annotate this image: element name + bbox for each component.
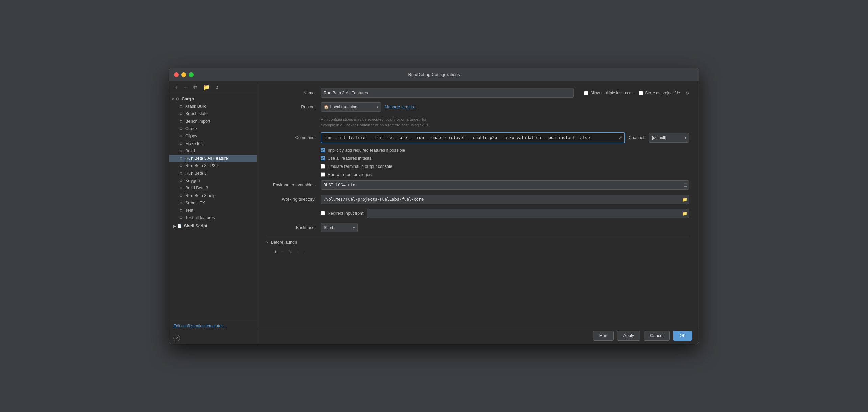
close-button[interactable] bbox=[174, 72, 179, 77]
sidebar-item-build[interactable]: ⚙ Build bbox=[169, 147, 257, 155]
sidebar-item-label: Build bbox=[185, 149, 195, 153]
emulate-terminal-label[interactable]: Emulate terminal in output console bbox=[321, 164, 392, 169]
sidebar-item-make-test[interactable]: ⚙ Make test bbox=[169, 140, 257, 147]
cancel-button[interactable]: Cancel bbox=[644, 331, 670, 341]
sidebar-item-label: Test bbox=[185, 208, 193, 213]
copy-config-button[interactable]: ⧉ bbox=[192, 84, 198, 91]
cargo-item-icon: ⚙ bbox=[179, 171, 183, 176]
sidebar-item-run-beta3-all[interactable]: ⚙ Run Beta 3 All Feature bbox=[169, 155, 257, 162]
cargo-item-icon: ⚙ bbox=[179, 112, 183, 116]
before-launch-add-button[interactable]: + bbox=[273, 248, 278, 255]
cargo-group: ▾ ⚙ Cargo ⚙ Xtask Build ⚙ Bench state ⚙ bbox=[169, 95, 257, 222]
window-controls bbox=[174, 72, 194, 77]
run-with-root-label[interactable]: Run with root privileges bbox=[321, 172, 372, 177]
sidebar-item-run-beta3-p2p[interactable]: ⚙ Run Beta 3 - P2P bbox=[169, 162, 257, 170]
edit-templates-link[interactable]: Edit configuration templates... bbox=[173, 324, 227, 328]
store-as-project-checkbox[interactable] bbox=[639, 91, 643, 95]
bottom-bar: Run Apply Cancel OK bbox=[257, 327, 699, 344]
working-dir-browse-icon[interactable]: 📁 bbox=[682, 197, 687, 202]
cargo-item-icon: ⚙ bbox=[179, 201, 183, 205]
shell-script-group: ▶ 📄 Shell Script bbox=[169, 222, 257, 230]
apply-button[interactable]: Apply bbox=[617, 331, 640, 341]
before-launch-edit-button[interactable]: ✎ bbox=[287, 248, 293, 255]
emulate-terminal-row: Emulate terminal in output console bbox=[266, 164, 689, 169]
sidebar-item-label: Bench import bbox=[185, 119, 210, 124]
gear-icon[interactable]: ⚙ bbox=[685, 91, 689, 96]
before-launch-move-down-button[interactable]: ↓ bbox=[302, 248, 306, 255]
working-dir-input-wrapper: 📁 bbox=[321, 195, 689, 204]
redirect-checkbox-label[interactable]: Redirect input from: bbox=[321, 211, 364, 216]
right-panel: Name: Allow multiple instances Store as … bbox=[257, 81, 699, 344]
sort-button[interactable]: ↕️ bbox=[214, 84, 220, 91]
env-controls: ☰ bbox=[321, 180, 689, 190]
allow-multiple-checkbox[interactable] bbox=[584, 91, 588, 95]
sidebar-item-run-beta3-help[interactable]: ⚙ Run Beta 3 help bbox=[169, 192, 257, 199]
add-config-button[interactable]: + bbox=[173, 84, 179, 91]
move-to-folder-button[interactable]: 📁 bbox=[202, 84, 211, 91]
sidebar: + − ⧉ 📁 ↕️ ▾ ⚙ Cargo ⚙ Xtask Bu bbox=[169, 81, 257, 344]
sidebar-bottom-bar: ? bbox=[169, 332, 257, 344]
cargo-group-header[interactable]: ▾ ⚙ Cargo bbox=[169, 95, 257, 103]
maximize-button[interactable] bbox=[189, 72, 194, 77]
before-launch-move-up-button[interactable]: ↑ bbox=[296, 248, 300, 255]
help-button[interactable]: ? bbox=[173, 335, 180, 341]
sidebar-item-xtask-build[interactable]: ⚙ Xtask Build bbox=[169, 103, 257, 110]
backtrace-row: Backtrace: Short Full None bbox=[266, 223, 689, 232]
env-label: Environment variables: bbox=[266, 183, 321, 187]
section-divider bbox=[266, 237, 689, 237]
command-label: Command: bbox=[266, 135, 321, 140]
channel-select[interactable]: [default] stable beta nightly bbox=[649, 133, 689, 143]
env-input[interactable] bbox=[321, 180, 689, 190]
run-on-controls: 🏠 Local machine Docker SSH Manage target… bbox=[321, 102, 689, 112]
sidebar-item-test[interactable]: ⚙ Test bbox=[169, 207, 257, 214]
sidebar-item-label: Clippy bbox=[185, 134, 197, 138]
cargo-item-icon: ⚙ bbox=[179, 164, 183, 168]
env-browse-icon[interactable]: ☰ bbox=[683, 182, 687, 187]
cargo-item-icon: ⚙ bbox=[179, 149, 183, 153]
sidebar-item-submit-tx[interactable]: ⚙ Submit TX bbox=[169, 199, 257, 207]
sidebar-item-label: Build Beta 3 bbox=[185, 186, 208, 190]
redirect-browse-icon[interactable]: 📁 bbox=[682, 211, 687, 216]
cargo-chevron-icon: ▾ bbox=[172, 97, 174, 101]
emulate-terminal-checkbox[interactable] bbox=[321, 164, 325, 169]
backtrace-select[interactable]: Short Full None bbox=[321, 223, 358, 232]
shell-script-group-header[interactable]: ▶ 📄 Shell Script bbox=[169, 222, 257, 230]
redirect-checkbox[interactable] bbox=[321, 211, 325, 215]
working-dir-label: Working directory: bbox=[266, 197, 321, 202]
sidebar-item-label: Xtask Build bbox=[185, 104, 207, 109]
sidebar-item-clippy[interactable]: ⚙ Clippy bbox=[169, 132, 257, 140]
expand-icon[interactable]: ⤢ bbox=[618, 135, 622, 140]
working-dir-input[interactable] bbox=[321, 195, 689, 204]
use-all-features-checkbox[interactable] bbox=[321, 156, 325, 160]
redirect-controls: Redirect input from: 📁 bbox=[321, 209, 689, 218]
sidebar-item-label: Check bbox=[185, 126, 197, 131]
allow-multiple-label[interactable]: Allow multiple instances bbox=[584, 91, 633, 95]
implicitly-add-label[interactable]: Implicitly add required features if poss… bbox=[321, 148, 405, 153]
manage-targets-link[interactable]: Manage targets... bbox=[385, 105, 417, 109]
sidebar-item-test-all[interactable]: ⚙ Test all features bbox=[169, 214, 257, 222]
redirect-input[interactable] bbox=[367, 209, 689, 218]
sidebar-item-bench-import[interactable]: ⚙ Bench import bbox=[169, 118, 257, 125]
sidebar-footer: Edit configuration templates... bbox=[169, 319, 257, 332]
channel-label: Channel: bbox=[629, 135, 645, 140]
run-on-select[interactable]: 🏠 Local machine Docker SSH bbox=[321, 102, 381, 112]
before-launch-remove-button[interactable]: − bbox=[280, 248, 285, 255]
before-launch-header[interactable]: ▾ Before launch bbox=[266, 240, 689, 245]
name-input[interactable] bbox=[321, 88, 574, 98]
use-all-features-label[interactable]: Use all features in tests bbox=[321, 156, 372, 161]
sidebar-item-keygen[interactable]: ⚙ Keygen bbox=[169, 177, 257, 184]
implicitly-add-checkbox[interactable] bbox=[321, 148, 325, 152]
command-input-wrapper: ⤢ bbox=[321, 132, 625, 143]
remove-config-button[interactable]: − bbox=[182, 84, 188, 91]
minimize-button[interactable] bbox=[181, 72, 186, 77]
command-input[interactable] bbox=[321, 132, 625, 143]
sidebar-item-run-beta3[interactable]: ⚙ Run Beta 3 bbox=[169, 170, 257, 177]
sidebar-item-bench-state[interactable]: ⚙ Bench state bbox=[169, 110, 257, 118]
store-as-project-label[interactable]: Store as project file bbox=[639, 91, 680, 95]
sidebar-item-check[interactable]: ⚙ Check bbox=[169, 125, 257, 132]
run-with-root-checkbox[interactable] bbox=[321, 172, 325, 177]
cargo-logo-icon: ⚙ bbox=[175, 97, 180, 101]
ok-button[interactable]: OK bbox=[673, 331, 692, 341]
run-button[interactable]: Run bbox=[593, 331, 614, 341]
sidebar-item-build-beta3[interactable]: ⚙ Build Beta 3 bbox=[169, 184, 257, 192]
